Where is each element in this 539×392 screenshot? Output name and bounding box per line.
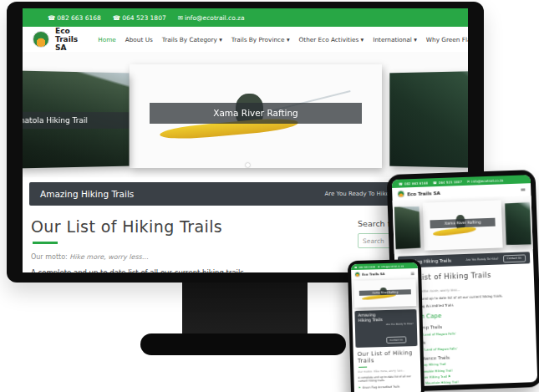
phone-number-1[interactable]: ☎082 663 6168 [354, 265, 375, 269]
brand-name[interactable]: Eco Trails SA [55, 27, 78, 52]
phone-frame: ☎082 663 6168 ✉info@ecotrail.co.za Eco T… [348, 259, 425, 392]
chevron-down-icon: ▾ [287, 36, 290, 43]
nav-province[interactable]: Trails By Province ▾ [231, 36, 290, 43]
contact-us-button[interactable]: Contact Us [503, 254, 526, 262]
phone-icon: ☎ [433, 181, 437, 185]
flag-icon: ⚑ [358, 386, 361, 389]
title-underline [358, 367, 367, 369]
cta-tagline: Are You Ready To Hike? [325, 191, 393, 197]
phone-screen: ☎082 663 6168 ✉info@ecotrail.co.za Eco T… [351, 262, 421, 392]
brand-name[interactable]: Eco Trails SA [407, 190, 440, 196]
slide-caption: Xama River Rafting [430, 218, 496, 229]
monitor-stand [182, 281, 308, 336]
slide-caption: Amatola Hiking Trail [23, 112, 130, 130]
phone-icon: ☎ [113, 14, 120, 22]
contact-topbar: ☎082 663 6168 ☎064 523 1807 ✉info@ecotra… [23, 8, 468, 27]
site-logo[interactable] [354, 272, 360, 277]
hero-carousel: Xama River Rafting [351, 277, 419, 309]
cta-title: Amazing Hiking Trails [358, 313, 384, 323]
carousel-slide-center[interactable]: Xama River Rafting [130, 64, 382, 168]
email-link[interactable]: ✉info@ecotrail.co.za [467, 178, 504, 184]
main-navbar: Eco Trails SA Home About Us Trails By Ca… [23, 27, 468, 52]
motto-text: Our motto: Hike more, worry less... [358, 369, 416, 374]
carousel-slide-left[interactable] [394, 206, 420, 249]
phone-icon: ☎ [399, 181, 403, 186]
nav-greenflag[interactable]: Why Green Flag Trails? [426, 36, 468, 43]
hamburger-menu-icon[interactable]: ≡ [410, 270, 414, 276]
chevron-down-icon: ▾ [414, 36, 417, 43]
carousel-slide-right[interactable] [389, 71, 468, 169]
brand-name[interactable]: Eco Trails SA [362, 272, 384, 277]
cta-tagline: Are You Ready To Hike? [386, 322, 413, 326]
nav-menu: Home About Us Trails By Category ▾ Trail… [98, 36, 468, 43]
nav-home[interactable]: Home [98, 36, 116, 43]
slide-caption: Xama River Rafting [150, 103, 362, 124]
carousel-slide-right[interactable] [505, 202, 531, 245]
hamburger-menu-icon[interactable]: ≡ [520, 186, 526, 193]
cta-bar: Amazing Hiking Trails Are You Ready To H… [354, 309, 417, 348]
page-content: Our List of Hiking Trails Our motto: Hik… [353, 346, 422, 392]
cta-right-column: Are You Ready To Hike? Contact Us [384, 312, 414, 344]
carousel-dot[interactable] [246, 163, 250, 167]
page-description: A complete and up to date list of all ou… [358, 374, 416, 384]
responsive-mockup: ☎082 663 6168 ☎064 523 1807 ✉info@ecotra… [0, 0, 539, 392]
nav-category[interactable]: Trails By Category ▾ [162, 36, 222, 43]
phone-number-2[interactable]: ☎064 523 1807 [433, 180, 462, 185]
hero-carousel: Amatola Hiking Trail Xama River Rafting [23, 52, 468, 177]
phone-number-2[interactable]: ☎064 523 1807 [113, 14, 166, 22]
cta-title: Amazing Hiking Trails [40, 189, 134, 199]
email-icon: ✉ [378, 265, 379, 268]
chevron-down-icon: ▾ [361, 36, 364, 43]
slide-caption: Xama River Rafting [359, 289, 411, 296]
accredited-line: ⚑Green Flag Accredited Trails [358, 384, 417, 389]
email-icon: ✉ [467, 179, 470, 183]
title-underline [33, 242, 58, 244]
flag-icon: ⚑ [448, 374, 451, 378]
nav-activities[interactable]: Other Eco Activities ▾ [299, 36, 364, 43]
phone-icon: ☎ [354, 265, 358, 268]
site-logo[interactable] [397, 190, 404, 197]
email-icon: ✉ [178, 14, 183, 22]
site-logo[interactable] [33, 31, 49, 48]
carousel-slide-left[interactable]: Amatola Hiking Trail [23, 71, 130, 169]
contact-us-button[interactable]: Contact Us [387, 336, 406, 344]
nav-international[interactable]: International ▾ [373, 36, 417, 43]
hero-carousel: Xama River Rafting [393, 196, 533, 254]
phone-icon: ☎ [48, 14, 55, 22]
phone-number-1[interactable]: ☎082 663 6168 [399, 181, 428, 186]
chevron-down-icon: ▾ [219, 36, 222, 43]
email-link[interactable]: ✉info@ecotrail.co.za [378, 264, 404, 268]
monitor-stand-base [140, 333, 346, 355]
cta-tagline: Are You Ready To Hike? [465, 257, 498, 262]
nav-about[interactable]: About Us [125, 36, 153, 43]
email-link[interactable]: ✉info@ecotrail.co.za [178, 14, 245, 22]
page-title: Our List of Hiking Trails [358, 349, 416, 365]
phone-number-1[interactable]: ☎082 663 6168 [48, 14, 101, 22]
carousel-slide-center[interactable]: Xama River Rafting [423, 200, 503, 250]
carousel-slide-center[interactable]: Xama River Rafting [353, 279, 416, 308]
